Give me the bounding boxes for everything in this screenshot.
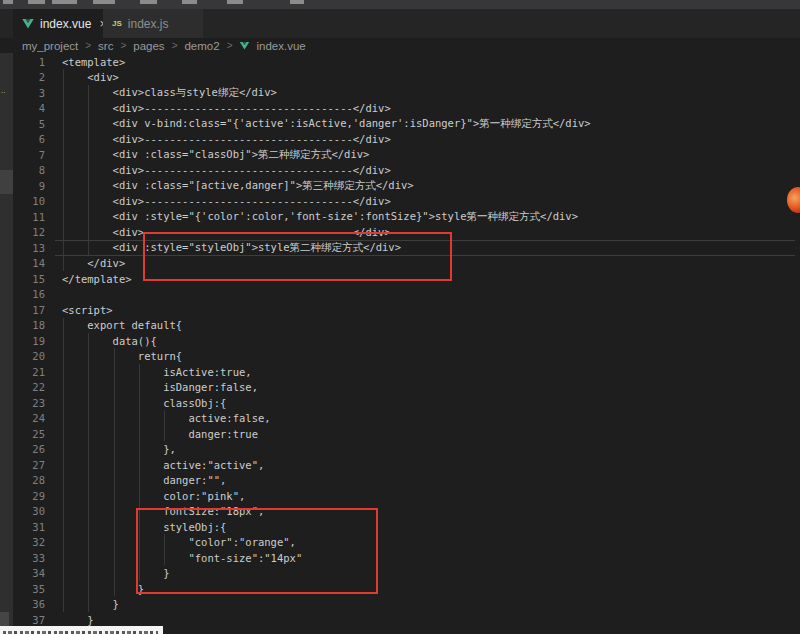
status-tooltip [0,626,163,634]
indent-guide [114,348,115,596]
code-line[interactable]: 31 styleObj:{ [13,519,800,535]
code-line[interactable]: 19 data(){ [13,333,800,349]
indent-guide [88,333,89,612]
line-number: 1 [13,56,45,68]
left-strip-footer [0,612,9,626]
code-line[interactable]: 21 isActive:true, [13,364,800,380]
code-line[interactable]: 27 active:"active", [13,457,800,473]
indent-guide [88,85,89,256]
code-line[interactable]: 7 <div :class="classObj">第二种绑定方式</div> [13,147,800,163]
code-line[interactable]: 23 classObj:{ [13,395,800,411]
code-text: }, [45,443,176,455]
line-number: 34 [13,567,45,579]
line-number: 5 [13,118,45,130]
code-text: active:"active", [45,459,264,471]
code-line[interactable]: 22 isDanger:false, [13,380,800,396]
menu-text-fragment [93,0,115,4]
code-text: <div> [45,71,119,83]
code-line[interactable]: 35 } [13,581,800,597]
breadcrumb-item[interactable]: index.vue [256,40,305,52]
line-number: 33 [13,552,45,564]
code-line[interactable]: 26 }, [13,442,800,458]
code-line[interactable]: 34 } [13,566,800,582]
line-number: 10 [13,195,45,207]
code-text: } [45,614,94,626]
line-number: 37 [13,614,45,626]
code-line[interactable]: 24 active:false, [13,411,800,427]
code-line[interactable]: 33 "font-size":"14px" [13,550,800,566]
code-line[interactable]: 29 color:"pink", [13,488,800,504]
code-line[interactable]: 17<script> [13,302,800,318]
code-text: classObj:{ [45,397,226,409]
editor-left-strip: .. [0,53,13,634]
line-number: 31 [13,521,45,533]
code-text: <script> [45,304,113,316]
tab-index-js[interactable]: JS index.js [103,9,203,38]
menu-text-fragment [182,0,197,4]
code-line[interactable]: 20 return{ [13,349,800,365]
code-text: } [45,583,144,595]
code-line[interactable]: 2 <div> [13,70,800,86]
code-text: danger:true [45,428,258,440]
line-number: 18 [13,319,45,331]
line-number: 36 [13,598,45,610]
code-line[interactable]: 4 <div>---------------------------------… [13,101,800,117]
code-line[interactable]: 16 [13,287,800,303]
code-line[interactable]: 10 <div>--------------------------------… [13,194,800,210]
tab-label: index.js [128,17,169,31]
code-line[interactable]: 18 export default{ [13,318,800,334]
line-number: 35 [13,583,45,595]
code-text: <div>class与style绑定</div> [45,86,277,100]
code-line[interactable]: 32 "color":"orange", [13,535,800,551]
code-line[interactable]: 1<template> [13,54,800,70]
code-lines: 1<template>2 <div>3 <div>class与style绑定</… [13,54,800,628]
line-number: 13 [13,242,45,254]
breadcrumb-separator: > [172,40,178,51]
breadcrumb-item[interactable]: my_project [22,40,78,52]
code-text: </div> [45,257,125,269]
code-line[interactable]: 28 danger:"", [13,473,800,489]
menu-text-fragment [52,0,77,4]
code-line[interactable]: 25 danger:true [13,426,800,442]
breadcrumb-item[interactable]: demo2 [184,40,219,52]
line-number: 6 [13,133,45,145]
line-number: 8 [13,164,45,176]
line-number: 22 [13,381,45,393]
code-line[interactable]: 6 <div>---------------------------------… [13,132,800,148]
code-line[interactable]: 8 <div>---------------------------------… [13,163,800,179]
line-number: 16 [13,288,45,300]
breadcrumb-item[interactable]: src [98,40,113,52]
code-text: <div :style="{'color':color,'font-size':… [45,210,578,224]
code-editor[interactable]: .. 1<template>2 <div>3 <div>class与style绑… [0,53,800,634]
code-text: </template> [45,273,132,285]
tab-bar: index.vue × JS index.js [0,9,800,38]
code-text: <div>---------------------------------</… [45,164,391,176]
code-line[interactable]: 36 } [13,597,800,613]
breadcrumb-separator: > [85,40,91,51]
code-line[interactable]: 5 <div v-bind:class="{'active':isActive,… [13,116,800,132]
line-number: 2 [13,71,45,83]
line-number: 29 [13,490,45,502]
line-number: 11 [13,211,45,223]
line-number: 4 [13,102,45,114]
js-icon: JS [112,19,122,28]
indent-guide [63,318,64,612]
code-line[interactable]: 30 fontSize:"18px", [13,504,800,520]
code-line[interactable]: 3 <div>class与style绑定</div> [13,85,800,101]
code-text: data(){ [45,335,157,347]
menu-text-fragment [227,0,243,4]
code-text: } [45,598,119,610]
menu-text-fragment [140,0,157,4]
highlight-style-binding-template [143,232,452,281]
line-number: 7 [13,149,45,161]
breadcrumb: my_project>src>pages>demo2>index.vue [22,38,306,53]
code-text: <div v-bind:class="{'active':isActive,'d… [45,117,591,131]
highlight-styleobj-data [136,508,378,594]
tab-index-vue[interactable]: index.vue × [13,9,103,38]
breadcrumb-item[interactable]: pages [133,40,164,52]
code-line[interactable]: 11 <div :style="{'color':color,'font-siz… [13,209,800,225]
vscode-window: index.vue × JS index.js my_project>src>p… [0,0,800,634]
code-text: <template> [45,56,125,68]
line-number: 23 [13,397,45,409]
code-line[interactable]: 9 <div :class="[active,danger]">第三种绑定方式<… [13,178,800,194]
